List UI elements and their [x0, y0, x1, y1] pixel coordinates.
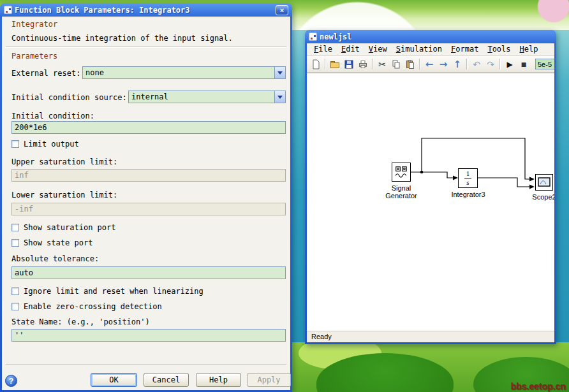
help-button[interactable]: Help [196, 373, 241, 387]
initial-condition-label: Initial condition: [11, 112, 94, 120]
block-label: Integrator3 [446, 191, 491, 198]
arrowhead [529, 185, 535, 189]
ok-button[interactable]: OK [91, 373, 137, 387]
initial-condition-input[interactable] [11, 121, 286, 134]
show-state-port-checkbox[interactable] [11, 239, 19, 247]
external-reset-label: External reset: [11, 69, 80, 78]
model-window-body: File Edit View Simulation Format Tools H… [307, 43, 554, 342]
parameters-heading: Parameters [11, 52, 57, 61]
state-name-label: State Name: (e.g., 'position') [11, 317, 150, 326]
limit-output-label: Limit output [24, 140, 79, 149]
dialog-title: Function Block Parameters: Integrator3 [15, 6, 273, 15]
menu-format[interactable]: Format [447, 43, 483, 55]
menu-simulation[interactable]: Simulation [392, 43, 447, 55]
model-menubar: File Edit View Simulation Format Tools H… [307, 43, 554, 56]
copy-icon[interactable] [389, 57, 403, 71]
apply-button: Apply [247, 373, 291, 387]
toolbar-separator [499, 59, 501, 69]
model-toolbar: ✂ ← → ↑ ↶ ↷ ▶ ■ 5e-5 [307, 56, 554, 73]
external-reset-dropdown[interactable]: none [82, 66, 286, 79]
block-label: Scope2 [525, 193, 554, 201]
arrowhead [529, 177, 535, 182]
model-window-title: newljsl [320, 33, 552, 41]
absolute-tolerance-label: Absolute tolerance: [11, 254, 99, 263]
model-canvas[interactable]: Signal Generator 1 s Integrator3 Scope2 [307, 73, 554, 330]
toolbar-separator [419, 59, 420, 69]
upper-saturation-label: Upper saturation limit: [11, 157, 117, 166]
ignore-limit-row: Ignore limit and reset when linearizing [11, 287, 203, 296]
undo-icon[interactable]: ↶ [469, 57, 484, 71]
model-statusbar: Ready [307, 330, 554, 342]
toolbar-separator [466, 59, 468, 69]
chevron-down-icon[interactable] [274, 67, 285, 78]
start-simulation-icon[interactable]: ▶ [503, 57, 517, 71]
initial-condition-source-value: internal [129, 91, 274, 103]
menu-view[interactable]: View [364, 43, 392, 55]
save-icon[interactable] [342, 57, 356, 71]
wire-integrator-to-scope [478, 178, 529, 187]
limit-output-row: Limit output [11, 140, 79, 149]
upper-saturation-input [11, 169, 286, 182]
scope-block[interactable] [535, 174, 553, 191]
stop-simulation-icon[interactable]: ■ [517, 57, 531, 71]
initial-condition-source-dropdown[interactable]: internal [128, 91, 286, 103]
branch-point [420, 171, 424, 174]
external-reset-value: none [83, 67, 274, 78]
redo-icon[interactable]: ↷ [484, 57, 498, 71]
arrowhead [453, 176, 458, 180]
block-type-heading: Integrator [11, 20, 57, 29]
signal-generator-block[interactable] [392, 163, 411, 182]
simulink-block-icon [4, 6, 12, 14]
block-label: Signal Generator [381, 184, 422, 200]
menu-edit[interactable]: Edit [337, 43, 364, 55]
show-state-port-label: Show state port [24, 238, 92, 247]
menu-file[interactable]: File [309, 43, 337, 55]
zero-crossing-label: Enable zero-crossing detection [24, 302, 162, 311]
initial-condition-source-label: Initial condition source: [11, 93, 127, 102]
cut-icon[interactable]: ✂ [375, 57, 389, 71]
block-description: Continuous-time integration of the input… [11, 34, 233, 43]
simulink-model-window: newljsl File Edit View Simulation Format… [305, 30, 556, 344]
watermark: bbs.eetop.cn [511, 381, 566, 391]
zero-crossing-checkbox[interactable] [11, 303, 19, 310]
block-parameters-dialog: Function Block Parameters: Integrator3 ×… [0, 3, 292, 392]
toolbar-separator [325, 59, 326, 69]
back-icon[interactable]: ← [422, 57, 436, 71]
paste-icon[interactable] [403, 57, 417, 71]
chevron-down-icon[interactable] [274, 91, 285, 103]
status-text: Ready [311, 333, 332, 340]
desktop: bbs.eetop.cn newljsl File Edit View Simu… [0, 0, 569, 392]
dialog-titlebar[interactable]: Function Block Parameters: Integrator3 × [2, 3, 290, 17]
ignore-limit-label: Ignore limit and reset when linearizing [24, 287, 203, 296]
menu-help[interactable]: Help [515, 43, 543, 55]
show-saturation-port-checkbox[interactable] [11, 224, 19, 231]
new-file-icon[interactable] [309, 57, 323, 71]
up-icon[interactable]: ↑ [450, 57, 464, 71]
limit-output-checkbox[interactable] [11, 140, 19, 148]
help-icon[interactable]: ? [5, 375, 17, 387]
show-state-port-row: Show state port [11, 238, 92, 247]
menu-tools[interactable]: Tools [483, 43, 515, 55]
toolbar-separator [372, 59, 373, 69]
integrator-block[interactable]: 1 s [458, 168, 478, 188]
state-name-input[interactable] [11, 329, 286, 342]
ignore-limit-checkbox[interactable] [11, 287, 19, 295]
signal-wires [307, 73, 554, 330]
absolute-tolerance-input[interactable] [11, 266, 286, 279]
simulation-stop-time-input[interactable]: 5e-5 [535, 59, 554, 69]
wire-sg-to-integrator [411, 172, 454, 178]
cancel-button[interactable]: Cancel [144, 373, 189, 387]
section-separator [6, 47, 286, 48]
lower-saturation-input [11, 203, 286, 215]
simulink-app-icon [309, 33, 317, 41]
close-icon[interactable]: × [276, 5, 288, 15]
scope-icon [537, 177, 551, 188]
signal-generator-icon [394, 166, 408, 178]
open-icon[interactable] [328, 57, 342, 71]
print-icon[interactable] [356, 57, 370, 71]
button-separator [6, 364, 286, 365]
model-titlebar[interactable]: newljsl [307, 30, 554, 43]
forward-icon[interactable]: → [436, 57, 450, 71]
integrator-transfer-function: 1 s [464, 170, 471, 186]
dialog-body: Integrator Continuous-time integration o… [2, 17, 290, 390]
